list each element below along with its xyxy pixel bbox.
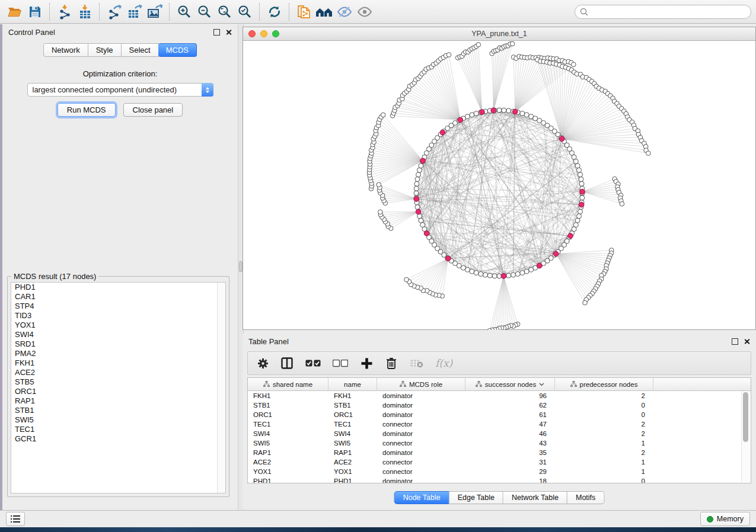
open-file-button[interactable] [5,2,25,21]
show-columns-button[interactable] [280,354,294,373]
export-table-button[interactable] [125,2,145,21]
refresh-layout-button[interactable] [264,2,285,21]
close-panel-icon[interactable] [225,29,232,36]
run-mcds-button[interactable]: Run MCDS [58,103,116,117]
scrollbar-thumb[interactable] [743,392,748,442]
table-cell: FKH1 [328,392,377,399]
zoom-fit-icon [217,4,232,20]
export-image-icon [147,4,163,20]
table-row[interactable]: FKH1FKH1dominator962 [248,391,751,400]
list-item[interactable]: TEC1 [11,425,225,434]
search-input[interactable] [591,7,746,17]
table-row[interactable]: ACE2ACE2connector311 [248,457,751,467]
tab-style[interactable]: Style [88,43,122,57]
duplicate-network-button[interactable] [294,2,314,21]
table-cell: SWI4 [248,430,328,437]
table-cell: connector [377,440,465,447]
function-builder-button[interactable]: f(x) [435,357,452,369]
table-cell: TEC1 [328,421,377,428]
list-item[interactable]: SWI5 [11,415,225,425]
zoom-in-icon [177,4,192,20]
result-list-scrollbar[interactable] [217,283,225,493]
tab-network-table[interactable]: Network Table [503,491,567,504]
status-bar: Memory [0,510,756,527]
delete-columns-button[interactable] [384,354,398,373]
checked-boxes-icon [305,360,321,367]
table-cell: ORC1 [248,411,328,418]
export-network-button[interactable] [104,2,125,21]
float-panel-icon[interactable] [732,338,738,345]
table-cell: dominator [377,477,465,483]
select-all-button[interactable] [305,354,321,373]
list-item[interactable]: YOX1 [11,321,225,330]
save-session-button[interactable] [25,2,45,21]
table-row[interactable]: STB1STB1dominator620 [248,400,751,410]
list-item[interactable]: SWI4 [11,330,225,339]
table-cell: 2 [555,392,653,399]
zoom-selected-button[interactable] [235,2,255,21]
network-window-titlebar[interactable]: YPA_prune.txt_1 [243,27,755,41]
list-item[interactable]: CAR1 [11,292,225,302]
table-cell: 18 [465,477,555,483]
float-panel-icon[interactable] [213,29,220,36]
table-row[interactable]: TEC1TEC1connector472 [248,419,751,429]
export-image-button[interactable] [145,2,165,21]
eye-slash-icon [336,5,353,18]
close-panel-icon[interactable] [744,338,750,345]
list-item[interactable]: STB5 [11,377,225,387]
tab-edge-table[interactable]: Edge Table [449,491,503,504]
column-header-predecessor-nodes[interactable]: predecessor nodes [555,378,653,390]
add-column-button[interactable] [359,354,374,373]
column-header-name[interactable]: name [328,378,377,390]
criterion-dropdown[interactable]: largest connected component (undirected) [27,83,213,97]
show-eye-button[interactable] [355,2,375,21]
list-item[interactable]: TID3 [11,311,225,321]
zoom-out-button[interactable] [194,2,215,21]
delete-table-button[interactable] [409,354,425,373]
network-canvas[interactable] [243,41,755,330]
table-row[interactable]: ORC1ORC1dominator610 [248,410,751,419]
tab-network[interactable]: Network [43,43,88,57]
list-item[interactable]: FKH1 [11,358,225,368]
column-header-mcds-role[interactable]: MCDS role [377,378,465,390]
task-history-button[interactable] [6,512,25,526]
column-header-successor-nodes[interactable]: successor nodes [465,378,555,390]
home-view-button[interactable] [314,2,334,21]
table-row[interactable]: PHD1PHD1dominator180 [248,476,751,483]
list-item[interactable]: SRD1 [11,339,225,349]
zoom-fit-button[interactable] [215,2,235,21]
tab-motifs[interactable]: Motifs [567,491,604,504]
hide-panels-button[interactable] [334,2,355,21]
list-item[interactable]: PHD1 [11,283,225,292]
node-table: shared name name MCDS role successor nod… [247,377,751,483]
deselect-all-button[interactable] [332,354,349,373]
table-cell: 46 [465,430,555,437]
table-cell: 0 [555,477,653,483]
list-item[interactable]: RAP1 [11,396,225,406]
list-item[interactable]: STB1 [11,406,225,415]
table-scrollbar[interactable] [741,391,750,482]
mcds-result-list[interactable]: PHD1CAR1STP4TID3YOX1SWI4SRD1PMA2FKH1ACE2… [11,282,226,493]
list-item[interactable]: PMA2 [11,349,225,358]
list-item[interactable]: STP4 [11,302,225,311]
table-row[interactable]: SWI5SWI5connector431 [248,438,751,448]
tab-select[interactable]: Select [122,43,159,57]
import-table-button[interactable] [75,2,95,21]
tab-node-table[interactable]: Node Table [394,491,449,504]
list-item[interactable]: ACE2 [11,368,225,377]
table-row[interactable]: YOX1YOX1connector291 [248,467,751,476]
table-row[interactable]: RAP1RAP1dominator352 [248,448,751,457]
list-item[interactable]: GCR1 [11,434,225,444]
list-item[interactable]: ORC1 [11,387,225,396]
search-box[interactable] [575,5,751,19]
table-cell: 0 [555,411,653,418]
tab-mcds[interactable]: MCDS [158,43,197,57]
memory-button[interactable]: Memory [700,512,750,526]
column-header-shared-name[interactable]: shared name [248,378,328,390]
close-panel-button[interactable]: Close panel [123,103,183,117]
table-settings-button[interactable] [256,354,269,373]
table-row[interactable]: SWI4SWI4dominator462 [248,429,751,438]
zoom-in-button[interactable] [174,2,194,21]
duplicate-network-icon [296,4,312,20]
import-network-button[interactable] [55,2,75,21]
